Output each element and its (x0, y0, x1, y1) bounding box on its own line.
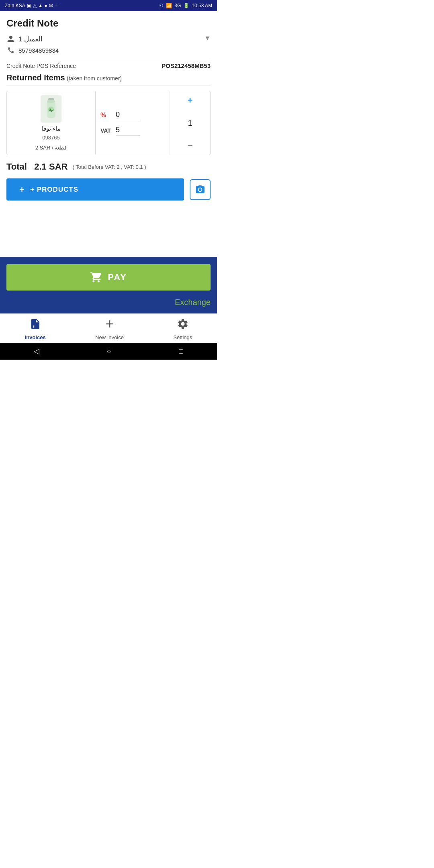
quantity-display: 1 (188, 119, 192, 128)
returned-items-title: Returned Items (6, 73, 65, 82)
settings-icon (177, 318, 189, 333)
vat-row: VAT 5 (100, 126, 165, 135)
home-button[interactable]: ○ (107, 347, 111, 356)
increment-button[interactable]: + (188, 96, 193, 105)
product-sku: 098765 (42, 135, 59, 141)
pos-reference: Credit Note POS Reference POS212458MB53 (6, 58, 211, 73)
returned-items-subtext: (taken from customer) (67, 75, 122, 82)
dropdown-arrow-icon[interactable]: ▼ (204, 35, 211, 42)
dot-icon: ● (45, 3, 47, 8)
product-card: نوفا ماء نوفا 098765 2 SAR / قطعة % 0 VA… (6, 91, 211, 155)
status-left: Zain KSA ▣ △ ▲ ● ✉ ··· (5, 3, 59, 8)
product-middle: % 0 VAT 5 (96, 91, 170, 155)
product-name: ماء نوفا (41, 125, 61, 132)
nav-settings[interactable]: Settings (173, 318, 192, 340)
dots-icon: ··· (55, 3, 59, 8)
invoices-icon: $ (29, 318, 41, 333)
product-left: نوفا ماء نوفا 098765 2 SAR / قطعة (7, 91, 96, 155)
customer-info: العميل 1 857934859834 (6, 35, 59, 55)
discount-label: % (100, 112, 113, 119)
divider (6, 86, 211, 86)
action-row: ＋ + PRODUCTS (6, 178, 211, 201)
wifi-icon: 📶 (166, 3, 172, 8)
main-content: Credit Note العميل 1 857934859834 (0, 11, 217, 201)
customer-section: العميل 1 857934859834 ▼ (6, 35, 211, 55)
email-icon: ✉ (49, 3, 53, 8)
customer-name: العميل 1 (18, 35, 43, 43)
vat-label: VAT (100, 127, 113, 134)
pay-label: PAY (108, 272, 127, 283)
camera-button[interactable] (190, 179, 211, 200)
product-right: + 1 − (170, 91, 210, 155)
returned-items-heading: Returned Items (taken from customer) (6, 73, 211, 82)
plus-icon: ＋ (18, 184, 26, 195)
nav-invoices[interactable]: $ Invoices (25, 318, 46, 340)
bottom-nav: $ Invoices New Invoice Settings (0, 313, 217, 343)
carrier-label: Zain KSA (5, 3, 25, 8)
nav-new-invoice[interactable]: New Invoice (95, 318, 124, 340)
bluetooth-icon: ⚇ (159, 3, 164, 8)
nav-invoices-label: Invoices (25, 334, 46, 340)
product-image: نوفا (41, 95, 61, 123)
discount-value[interactable]: 0 (116, 111, 140, 120)
pos-reference-label: Credit Note POS Reference (6, 63, 76, 69)
svg-text:نوفا: نوفا (49, 108, 53, 112)
phone-icon (6, 46, 15, 55)
android-nav: ◁ ○ □ (0, 343, 217, 360)
recents-button[interactable]: □ (179, 347, 183, 356)
time-label: 10:53 AM (192, 3, 212, 8)
spacer (0, 209, 217, 233)
person-icon (6, 35, 15, 43)
total-row: Total 2.1 SAR ( Total Before VAT: 2 , VA… (6, 162, 211, 172)
exchange-button[interactable]: Exchange (6, 296, 211, 309)
pay-button[interactable]: PAY (6, 264, 211, 291)
product-price: 2 SAR / قطعة (35, 145, 67, 151)
status-right: ⚇ 📶 3G 🔋 10:53 AM (159, 3, 212, 8)
back-button[interactable]: ◁ (34, 347, 39, 356)
discount-row: % 0 (100, 111, 165, 120)
pos-reference-value: POS212458MB53 (162, 62, 211, 69)
battery-icon: 🔋 (183, 3, 189, 8)
nav-new-invoice-label: New Invoice (95, 334, 124, 340)
alert-icon: △ (33, 3, 37, 8)
nav-settings-label: Settings (173, 334, 192, 340)
status-bar: Zain KSA ▣ △ ▲ ● ✉ ··· ⚇ 📶 3G 🔋 10:53 AM (0, 0, 217, 11)
footer-panel: PAY Exchange (0, 257, 217, 313)
customer-phone: 857934859834 (18, 47, 59, 54)
svg-point-2 (47, 100, 55, 103)
add-products-button[interactable]: ＋ + PRODUCTS (6, 178, 184, 201)
vat-value[interactable]: 5 (116, 126, 140, 135)
signal-icon: 3G (174, 3, 181, 8)
total-detail: ( Total Before VAT: 2 , VAT: 0.1 ) (72, 164, 146, 170)
decrement-button[interactable]: − (188, 141, 193, 150)
customer-name-row: العميل 1 (6, 35, 59, 43)
total-amount: 2.1 SAR (34, 162, 68, 172)
customer-phone-row: 857934859834 (6, 46, 59, 55)
new-invoice-icon (104, 318, 116, 333)
page-title: Credit Note (6, 18, 211, 29)
sim-icon: ▣ (27, 3, 31, 8)
drive-icon: ▲ (38, 3, 43, 8)
total-label: Total 2.1 SAR (6, 162, 68, 172)
